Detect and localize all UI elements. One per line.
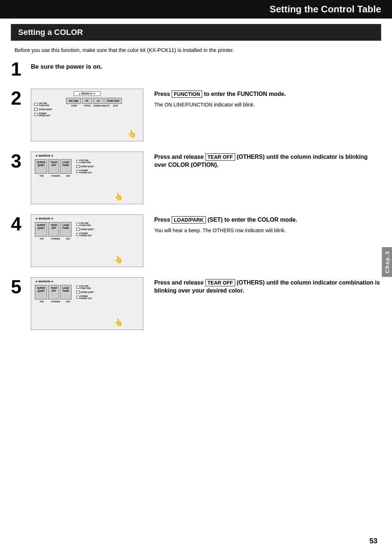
step-4-number: 4 <box>11 214 31 233</box>
step-2-diagram: ON LINEFUNCTION SUPER QUIET POWERPAPER O… <box>31 89 143 141</box>
step-4-body: You will hear a beep. The OTHERS row ind… <box>154 227 381 234</box>
step-5-content: ◄ MARGIN ► SUPERQUIET TEAROFF LOADPARK O… <box>31 277 381 330</box>
step-5: 5 ◄ MARGIN ► SUPERQUIET TEAROFF LOADPARK… <box>11 277 381 330</box>
step-3-content: ◄ MARGIN ► SUPERQUIET TEAROFF LOADPARK O… <box>31 152 381 204</box>
step-4-diagram: ◄ MARGIN ► SUPERQUIET TEAROFF LOADPARK O… <box>31 214 143 267</box>
step-1-content: Be sure the power is on. <box>31 60 381 70</box>
step-3-diagram: ◄ MARGIN ► SUPERQUIET TEAROFF LOADPARK O… <box>31 152 143 204</box>
intro-text: Before you use this function, make sure … <box>15 47 377 53</box>
step-4-text: Press LOAD/PARK (SET) to enter the COLOR… <box>154 214 381 234</box>
step-3-title: Press and release TEAR OFF (OTHERS) unti… <box>154 153 381 169</box>
step-5-number: 5 <box>11 277 31 296</box>
tear-off-key-5: TEAR OFF <box>205 279 235 286</box>
chap-tab: Chap.3 <box>382 247 392 277</box>
function-key: FUNCTION <box>172 90 202 98</box>
step-2-body: The ON LINE/FUNCTION indicator will blin… <box>154 101 381 108</box>
step-3-text: Press and release TEAR OFF (OTHERS) unti… <box>154 152 381 172</box>
step-3: 3 ◄ MARGIN ► SUPERQUIET TEAROFF LOADPARK… <box>11 152 381 204</box>
step-3-number: 3 <box>11 152 31 170</box>
tear-off-key-3: TEAR OFF <box>205 153 235 161</box>
step-4: 4 ◄ MARGIN ► SUPERQUIET TEAROFF LOADPARK… <box>11 214 381 267</box>
step-1-number: 1 <box>11 60 31 78</box>
section-title-bar: Setting a COLOR <box>11 24 381 41</box>
header-title: Setting the Control Table <box>270 4 381 15</box>
step-2-title: Press FUNCTION to enter the FUNCTION mod… <box>154 90 381 98</box>
step-5-text: Press and release TEAR OFF (OTHERS) unti… <box>154 277 381 297</box>
step-2-number: 2 <box>11 89 31 108</box>
step-2-content: ON LINEFUNCTION SUPER QUIET POWERPAPER O… <box>31 89 381 141</box>
step-1-title: Be sure the power is on. <box>31 63 381 70</box>
step-4-content: ◄ MARGIN ► SUPERQUIET TEAROFF LOADPARK O… <box>31 214 381 267</box>
step-2-text: Press FUNCTION to enter the FUNCTION mod… <box>154 89 381 108</box>
load-park-key: LOAD/PARK <box>172 216 206 223</box>
page-number: 53 <box>369 537 377 545</box>
page-header: Setting the Control Table <box>0 0 392 19</box>
step-5-diagram: ◄ MARGIN ► SUPERQUIET TEAROFF LOADPARK O… <box>31 277 143 330</box>
section-title: Setting a COLOR <box>18 28 83 37</box>
step-1-text: Be sure the power is on. <box>31 60 381 70</box>
step-5-title: Press and release TEAR OFF (OTHERS) unti… <box>154 279 381 294</box>
step-1: 1 Be sure the power is on. <box>11 60 381 78</box>
step-4-title: Press LOAD/PARK (SET) to enter the COLOR… <box>154 216 381 224</box>
step-2: 2 ON LINEFUNCTION SUPER QUIET <box>11 89 381 141</box>
